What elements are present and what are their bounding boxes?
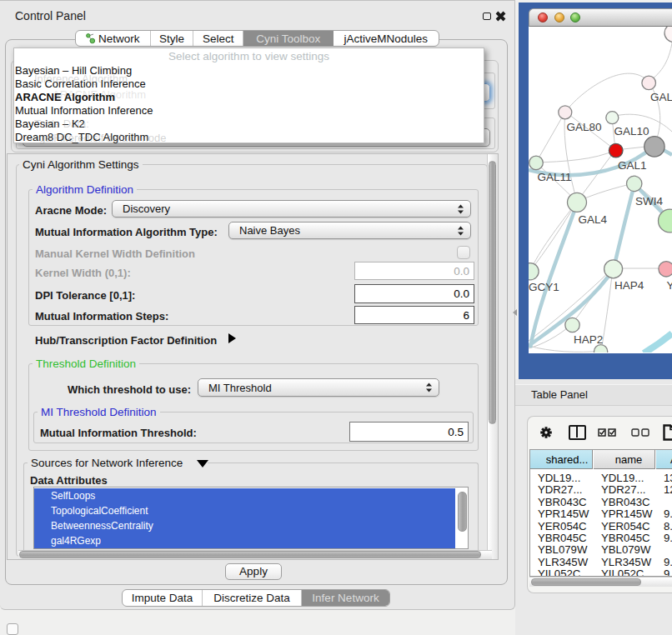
svg-text:GAL: GAL — [650, 91, 672, 103]
svg-text:HAP4: HAP4 — [614, 279, 644, 292]
svg-text:GAL80: GAL80 — [567, 121, 602, 133]
svg-text:GCY1: GCY1 — [529, 281, 559, 293]
svg-text:HAP2: HAP2 — [574, 333, 603, 346]
svg-text:SWI4: SWI4 — [635, 195, 663, 208]
svg-text:GAL10: GAL10 — [614, 125, 649, 138]
svg-text:GAL1: GAL1 — [618, 159, 647, 172]
svg-text:Y: Y — [667, 279, 672, 292]
svg-text:GAL4: GAL4 — [579, 213, 608, 226]
svg-text:GAL11: GAL11 — [538, 171, 572, 183]
